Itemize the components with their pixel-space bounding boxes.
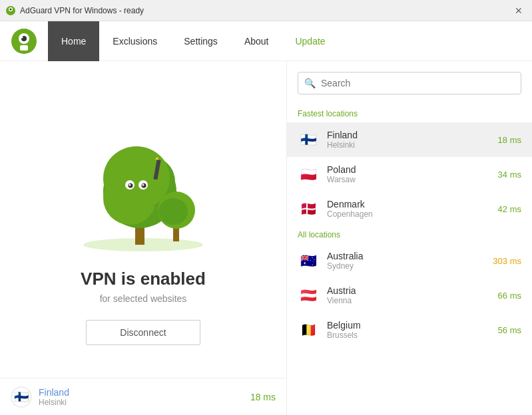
list-item[interactable]: 🇫🇮 Finland Helsinki 18 ms: [287, 122, 532, 157]
loc-ms: 56 ms: [498, 325, 521, 335]
logo-icon: [11, 28, 37, 55]
flag-poland: 🇵🇱: [298, 164, 319, 185]
fastest-section-label: Fastest locations: [287, 105, 532, 122]
svg-point-20: [142, 184, 144, 186]
location-info-austria: Austria Vienna: [327, 285, 490, 305]
svg-point-24: [158, 198, 188, 225]
vpn-status-title: VPN is enabled: [81, 269, 206, 289]
loc-city: Warsaw: [327, 175, 490, 184]
flag-belgium: 🇧🇪: [298, 319, 319, 341]
list-item[interactable]: 🇩🇰 Denmark Copenhagen 42 ms: [287, 192, 532, 226]
current-location-ms: 18 ms: [250, 392, 276, 402]
loc-name: Poland: [327, 164, 490, 175]
nav-home[interactable]: Home: [48, 21, 99, 61]
loc-ms: 66 ms: [498, 291, 521, 301]
search-icon: 🔍: [304, 78, 316, 88]
loc-ms: 34 ms: [498, 170, 521, 180]
svg-point-2: [10, 8, 12, 10]
list-item[interactable]: 🇧🇪 Belgium Brussels 56 ms: [287, 313, 532, 347]
loc-city: Helsinki: [327, 140, 490, 150]
loc-city: Brussels: [327, 331, 490, 340]
list-item[interactable]: 🇦🇺 Australia Sydney 303 ms: [287, 243, 532, 278]
titlebar: AdGuard VPN for Windows - ready ✕: [0, 0, 532, 21]
app-icon: [5, 5, 16, 16]
loc-city: Sydney: [327, 261, 485, 271]
vpn-status-sub: for selected websites: [100, 293, 187, 304]
nav-exclusions[interactable]: Exclusions: [99, 21, 170, 61]
current-location-flag: 🇫🇮: [11, 386, 32, 408]
location-info-denmark: Denmark Copenhagen: [327, 199, 490, 219]
close-button[interactable]: ✕: [511, 3, 527, 19]
nav-update[interactable]: Update: [282, 21, 338, 61]
search-box: 🔍: [298, 72, 521, 94]
svg-point-19: [129, 184, 131, 186]
location-left: 🇫🇮 Finland Helsinki: [11, 386, 69, 408]
nav-about[interactable]: About: [231, 21, 282, 61]
loc-ms: 303 ms: [493, 256, 521, 266]
titlebar-left: AdGuard VPN for Windows - ready: [5, 5, 144, 16]
bottom-location: 🇫🇮 Finland Helsinki 18 ms: [0, 378, 286, 415]
current-location-city: Helsinki: [39, 398, 69, 407]
loc-name: Austria: [327, 285, 490, 296]
flag-finland: 🇫🇮: [298, 129, 319, 150]
location-info-poland: Poland Warsaw: [327, 164, 490, 184]
current-location-name: Finland: [39, 387, 69, 398]
main-area: VPN is enabled for selected websites Dis…: [0, 61, 532, 415]
flag-denmark: 🇩🇰: [298, 198, 319, 219]
right-panel: 🔍 Fastest locations 🇫🇮 Finland Helsinki …: [287, 61, 532, 415]
svg-point-14: [103, 146, 170, 210]
loc-city: Vienna: [327, 296, 490, 305]
loc-city: Copenhagen: [327, 209, 490, 219]
list-item[interactable]: 🇦🇹 Austria Vienna 66 ms: [287, 278, 532, 313]
flag-austria: 🇦🇹: [298, 285, 319, 306]
left-panel: VPN is enabled for selected websites Dis…: [0, 61, 286, 415]
loc-name: Finland: [327, 130, 490, 140]
list-item[interactable]: 🇵🇱 Poland Warsaw 34 ms: [287, 157, 532, 192]
locations-list: Fastest locations 🇫🇮 Finland Helsinki 18…: [287, 105, 532, 404]
titlebar-title: AdGuard VPN for Windows - ready: [20, 6, 144, 15]
location-info-australia: Australia Sydney: [327, 251, 485, 271]
svg-rect-7: [20, 45, 28, 51]
loc-name: Australia: [327, 251, 485, 261]
flag-australia: 🇦🇺: [298, 250, 319, 271]
loc-name: Denmark: [327, 199, 490, 209]
navbar: Home Exclusions Settings About Update: [0, 21, 532, 61]
all-section-label: All locations: [287, 226, 532, 243]
loc-ms: 18 ms: [498, 135, 521, 145]
loc-name: Belgium: [327, 320, 490, 331]
current-location-info: Finland Helsinki: [39, 387, 69, 407]
nav-settings[interactable]: Settings: [170, 21, 231, 61]
search-input[interactable]: [298, 72, 521, 94]
disconnect-button[interactable]: Disconnect: [86, 320, 200, 345]
loc-ms: 42 ms: [498, 204, 521, 214]
vpn-illustration: [63, 132, 223, 258]
location-info-belgium: Belgium Brussels: [327, 320, 490, 340]
svg-point-6: [21, 36, 23, 38]
location-info-finland: Finland Helsinki: [327, 130, 490, 150]
